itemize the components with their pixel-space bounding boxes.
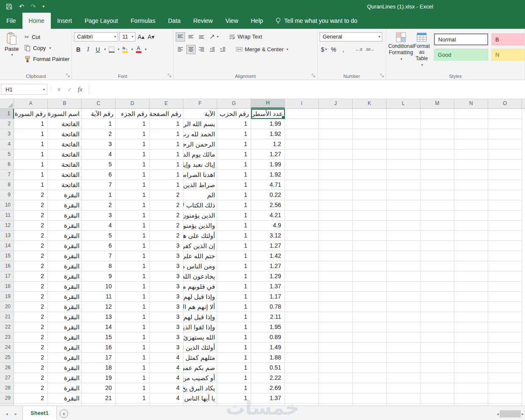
cell-G16[interactable]: 1 [217,261,251,271]
cell-B20[interactable]: البقرة [48,302,82,312]
row-header-11[interactable]: 11 [0,210,14,221]
cell-L5[interactable] [387,149,420,160]
cell-H23[interactable]: 0.89 [251,332,285,343]
cell-J10[interactable] [319,200,353,210]
column-header-m[interactable]: M [420,99,454,108]
formula-input[interactable] [88,84,525,95]
row-header-6[interactable]: 6 [0,160,14,170]
cell-M11[interactable] [420,210,454,221]
cell-J6[interactable] [319,160,353,170]
cell-E18[interactable]: 3 [149,282,183,292]
cell-N26[interactable] [454,363,488,373]
cell-M27[interactable] [420,373,454,383]
cell-N29[interactable] [454,393,488,403]
cell-B11[interactable]: البقرة [48,210,82,221]
cell-C23[interactable]: 15 [82,332,116,343]
cell-G13[interactable]: 1 [217,231,251,241]
cell-G14[interactable]: 1 [217,241,251,251]
cell-I29[interactable] [285,393,319,403]
sheet-nav-left-button[interactable]: ◂ [6,411,8,417]
align-top-button[interactable] [176,32,185,41]
number-format-combobox[interactable]: General ▾ [320,32,382,41]
cell-N19[interactable] [454,292,488,302]
cell-B28[interactable]: البقرة [48,383,82,393]
cell-I24[interactable] [285,343,319,353]
cell-A25[interactable]: 2 [14,353,48,363]
dialog-launcher-icon[interactable] [380,74,384,78]
cell-style-normal[interactable]: Normal [434,33,488,45]
cell-J18[interactable] [319,282,353,292]
cell-L9[interactable] [387,190,420,200]
cell-L29[interactable] [387,393,420,403]
cell-H9[interactable]: 0.22 [251,190,285,200]
cell-O29[interactable] [488,393,522,403]
cell-M14[interactable] [420,241,454,251]
align-center-button[interactable] [186,45,196,54]
cell-K7[interactable] [353,170,387,180]
cell-D29[interactable]: 1 [116,393,149,403]
cell-M18[interactable] [420,282,454,292]
cell-J5[interactable] [319,149,353,160]
cell-N7[interactable] [454,170,488,180]
cell-B15[interactable]: البقرة [48,251,82,261]
wrap-text-button[interactable]: Wrap Text [229,33,262,40]
cell-N8[interactable] [454,180,488,190]
column-header-l[interactable]: L [387,99,420,108]
bold-button[interactable]: B [74,45,83,54]
cell-E25[interactable]: 4 [149,353,183,363]
cell-D3[interactable]: 1 [116,129,149,139]
cell-I8[interactable] [285,180,319,190]
cell-K23[interactable] [353,332,387,343]
cell-K28[interactable] [353,383,387,393]
cell-E20[interactable]: 3 [149,302,183,312]
cell-C16[interactable]: 8 [82,261,116,271]
dialog-launcher-icon[interactable] [312,74,316,78]
cell-I16[interactable] [285,261,319,271]
cell-J25[interactable] [319,353,353,363]
cell-D17[interactable]: 1 [116,271,149,282]
cell-I27[interactable] [285,373,319,383]
cell-L4[interactable] [387,139,420,149]
cell-A3[interactable]: 1 [14,129,48,139]
cell-K25[interactable] [353,353,387,363]
cell-A13[interactable]: 2 [14,231,48,241]
cell-M19[interactable] [420,292,454,302]
cell-D24[interactable]: 1 [116,343,149,353]
cell-B24[interactable]: البقرة [48,343,82,353]
cell-C24[interactable]: 16 [82,343,116,353]
dialog-launcher-icon[interactable] [66,74,70,78]
row-header-27[interactable]: 27 [0,373,14,383]
column-header-i[interactable]: I [285,99,319,108]
cell-J17[interactable] [319,271,353,282]
cell-A1[interactable]: رقم السورة [14,109,48,119]
cell-H12[interactable]: 4.9 [251,221,285,231]
cell-E11[interactable]: 2 [149,210,183,221]
cell-M17[interactable] [420,271,454,282]
cell-J27[interactable] [319,373,353,383]
cell-E4[interactable]: 1 [149,139,183,149]
cell-M12[interactable] [420,221,454,231]
cell-N12[interactable] [454,221,488,231]
cell-O14[interactable] [488,241,522,251]
cell-K1[interactable] [353,109,387,119]
cell-L26[interactable] [387,363,420,373]
cell-D11[interactable]: 1 [116,210,149,221]
cell-I23[interactable] [285,332,319,343]
cell-B27[interactable]: البقرة [48,373,82,383]
cut-button[interactable]: ✂ Cut [25,33,69,41]
cell-L10[interactable] [387,200,420,210]
cell-O27[interactable] [488,373,522,383]
cell-A5[interactable]: 1 [14,149,48,160]
cell-J14[interactable] [319,241,353,251]
name-box[interactable]: H1 ▾ [1,84,47,95]
cell-G24[interactable]: 1 [217,343,251,353]
cell-A12[interactable]: 2 [14,221,48,231]
cell-G3[interactable]: 1 [217,129,251,139]
cell-J22[interactable] [319,322,353,332]
cell-G27[interactable]: 1 [217,373,251,383]
cell-H3[interactable]: 1.92 [251,129,285,139]
cell-G28[interactable]: 1 [217,383,251,393]
cell-I28[interactable] [285,383,319,393]
new-sheet-button[interactable]: + [57,406,71,420]
cell-E29[interactable]: 4 [149,393,183,403]
